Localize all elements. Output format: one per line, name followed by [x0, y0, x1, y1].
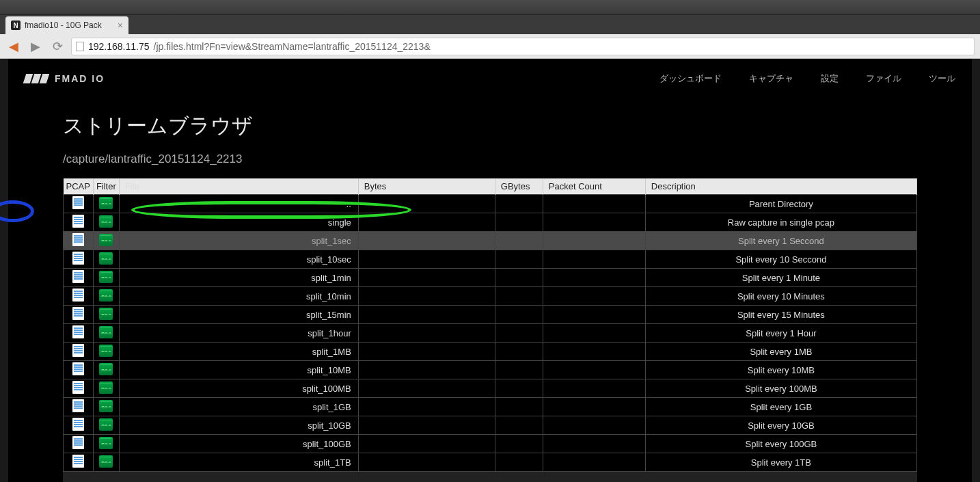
bytes-cell [358, 232, 495, 250]
footer-spacer [63, 472, 917, 482]
waveform-icon [99, 234, 113, 246]
pcap-cell[interactable] [64, 435, 94, 453]
bytes-cell [358, 435, 495, 453]
table-row[interactable]: split_10minSplit every 10 Minutes [64, 287, 917, 306]
close-icon[interactable]: × [118, 20, 123, 31]
pcap-cell[interactable] [64, 361, 94, 379]
pcap-file-icon [72, 307, 84, 320]
filter-cell[interactable] [93, 435, 119, 453]
th-gbytes: GBytes [495, 178, 543, 195]
pcap-cell[interactable] [64, 398, 94, 416]
gbytes-cell [495, 306, 543, 324]
pcap-cell[interactable] [64, 287, 94, 306]
gbytes-cell [495, 435, 543, 453]
filter-cell[interactable] [93, 306, 119, 324]
table-row[interactable]: split_15minSplit every 15 Minutes [64, 306, 917, 324]
logo-icon [25, 74, 48, 83]
pcap-cell[interactable] [64, 250, 94, 269]
description-cell: Split every 100GB [645, 435, 916, 453]
pcap-cell[interactable] [64, 232, 94, 250]
table-row[interactable]: split_1GBSplit every 1GB [64, 398, 917, 416]
file-cell: split_1MB [119, 343, 358, 361]
window-titlebar [0, 0, 980, 15]
packet-count-cell [543, 250, 645, 269]
table-row[interactable]: split_10secSplit every 10 Seccond [64, 250, 917, 269]
waveform-icon [99, 308, 113, 320]
pcap-cell[interactable] [64, 453, 94, 472]
nav-tool[interactable]: ツール [929, 72, 955, 85]
filter-cell[interactable] [93, 453, 119, 472]
filter-cell[interactable] [93, 195, 119, 213]
gbytes-cell [495, 269, 543, 287]
stream-table: PCAP Filter File Bytes GBytes Packet Cou… [63, 178, 917, 472]
bytes-cell [358, 379, 495, 398]
pcap-file-icon [72, 233, 84, 246]
filter-cell[interactable] [93, 287, 119, 306]
nav-capture[interactable]: キャプチャ [749, 72, 793, 85]
filter-cell[interactable] [93, 250, 119, 269]
pcap-cell[interactable] [64, 324, 94, 343]
filter-cell[interactable] [93, 398, 119, 416]
bytes-cell [358, 287, 495, 306]
bytes-cell [358, 416, 495, 435]
description-cell: Split every 10GB [645, 416, 916, 435]
description-cell: Split every 1 Minute [645, 269, 916, 287]
filter-cell[interactable] [93, 232, 119, 250]
table-row[interactable]: singleRaw capture in single pcap [64, 213, 917, 232]
pcap-file-icon [72, 399, 84, 412]
packet-count-cell [543, 343, 645, 361]
th-pcap: PCAP [64, 178, 94, 195]
brand-text: FMAD IO [55, 73, 105, 84]
waveform-icon [99, 215, 113, 228]
filter-cell[interactable] [93, 324, 119, 343]
pcap-cell[interactable] [64, 306, 94, 324]
table-row[interactable]: split_100GBSplit every 100GB [64, 435, 917, 453]
table-row[interactable]: split_10GBSplit every 10GB [64, 416, 917, 435]
th-filter: Filter [93, 178, 119, 195]
pcap-file-icon [72, 418, 84, 431]
bytes-cell [358, 324, 495, 343]
file-cell: single [119, 213, 358, 232]
filter-cell[interactable] [93, 269, 119, 287]
pcap-cell[interactable] [64, 343, 94, 361]
gbytes-cell [495, 453, 543, 472]
packet-count-cell [543, 398, 645, 416]
pcap-file-icon [72, 436, 84, 449]
gbytes-cell [495, 379, 543, 398]
table-row[interactable]: split_100MBSplit every 100MB [64, 379, 917, 398]
bytes-cell [358, 306, 495, 324]
pcap-cell[interactable] [64, 269, 94, 287]
table-row[interactable]: split_1hourSplit every 1 Hour [64, 324, 917, 343]
pcap-cell[interactable] [64, 416, 94, 435]
file-cell: split_1min [119, 269, 358, 287]
th-bytes: Bytes [358, 178, 495, 195]
filter-cell[interactable] [93, 361, 119, 379]
table-row[interactable]: split_1TBSplit every 1TB [64, 453, 917, 472]
back-button[interactable]: ◀ [5, 38, 22, 55]
pcap-cell[interactable] [64, 379, 94, 398]
packet-count-cell [543, 213, 645, 232]
nav-file[interactable]: ファイル [866, 72, 901, 85]
pcap-cell[interactable] [64, 195, 94, 213]
waveform-icon [99, 252, 113, 265]
pcap-cell[interactable] [64, 213, 94, 232]
forward-button[interactable]: ▶ [27, 38, 44, 55]
brand-logo[interactable]: FMAD IO [25, 73, 105, 84]
reload-button[interactable]: ⟳ [49, 38, 66, 55]
file-cell: split_1TB [119, 453, 358, 472]
gbytes-cell [495, 324, 543, 343]
filter-cell[interactable] [93, 343, 119, 361]
table-row[interactable]: ..Parent Directory [64, 195, 917, 213]
table-row[interactable]: split_1secSplit every 1 Seccond [64, 232, 917, 250]
table-row[interactable]: split_1minSplit every 1 Minute [64, 269, 917, 287]
table-row[interactable]: split_10MBSplit every 10MB [64, 361, 917, 379]
packet-count-cell [543, 435, 645, 453]
filter-cell[interactable] [93, 416, 119, 435]
table-row[interactable]: split_1MBSplit every 1MB [64, 343, 917, 361]
filter-cell[interactable] [93, 213, 119, 232]
filter-cell[interactable] [93, 379, 119, 398]
url-input[interactable]: 192.168.11.75/jp.files.html?Fn=view&Stre… [71, 38, 975, 55]
nav-dashboard[interactable]: ダッシュボード [659, 72, 722, 85]
browser-tab[interactable]: N fmadio10 - 10G Pack × [5, 16, 128, 34]
nav-settings[interactable]: 設定 [821, 72, 839, 85]
